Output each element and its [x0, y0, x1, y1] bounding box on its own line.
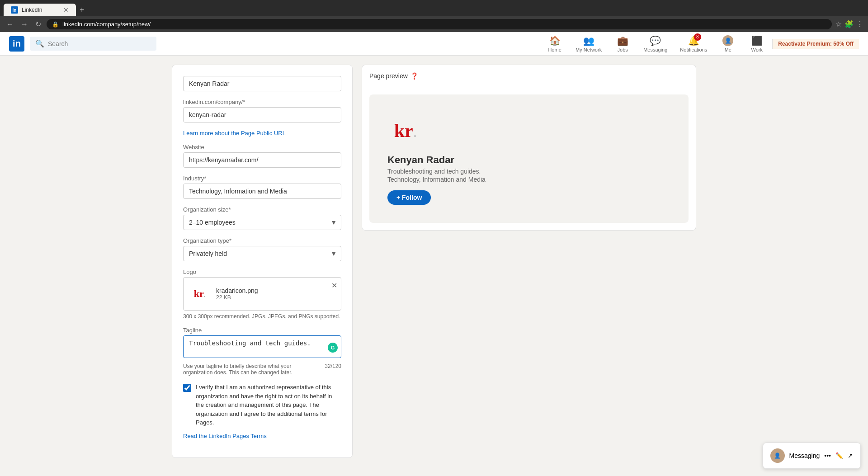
- search-box[interactable]: 🔍: [30, 37, 156, 51]
- linkedin-header: in 🔍 🏠 Home 👥 My Network 💼 Jobs 💬 Messag…: [0, 32, 868, 56]
- nav-messaging[interactable]: 💬 Messaging: [638, 35, 673, 52]
- char-count: 32/120: [325, 363, 341, 369]
- messaging-edit-icon[interactable]: ✏️: [835, 452, 843, 459]
- preview-card-header: Page preview ❓: [362, 65, 696, 87]
- company-logo-large: kr.: [387, 113, 424, 149]
- nav-notifications[interactable]: 🔔 8 Notifications: [675, 35, 712, 52]
- messaging-avatar: 👤: [770, 448, 785, 463]
- search-icon: 🔍: [35, 39, 44, 48]
- preview-card-body: kr. Kenyan Radar Troubleshooting and tec…: [362, 87, 696, 230]
- company-name-input[interactable]: [183, 76, 341, 91]
- browser-nav-icons: ☆ 🧩 ⋮: [835, 20, 863, 28]
- company-tagline-preview: Troubleshooting and tech guides.: [387, 168, 670, 175]
- messaging-icon: 💬: [650, 35, 661, 46]
- company-name-preview: Kenyan Radar: [387, 154, 670, 166]
- nav-me[interactable]: 👤 Me: [714, 35, 741, 52]
- nav-work[interactable]: ⬛ Work: [743, 35, 770, 52]
- reload-button[interactable]: ↻: [33, 19, 43, 29]
- header-nav: 🏠 Home 👥 My Network 💼 Jobs 💬 Messaging 🔔…: [541, 35, 859, 52]
- messaging-widget[interactable]: 👤 Messaging ••• ✏️ ↗: [763, 443, 861, 469]
- preview-question-icon[interactable]: ❓: [410, 72, 418, 80]
- url-input[interactable]: [183, 107, 341, 123]
- url-group: linkedin.com/company/*: [183, 99, 341, 123]
- form-panel: linkedin.com/company/* Learn more about …: [172, 65, 353, 458]
- industry-group: Industry*: [183, 175, 341, 199]
- grammarly-icon: G: [328, 343, 338, 353]
- tagline-wrapper: Troubleshooting and tech guides. G: [183, 335, 341, 359]
- nav-home[interactable]: 🏠 Home: [541, 35, 568, 52]
- org-size-select[interactable]: 2–10 employees: [183, 215, 341, 230]
- tagline-group: Tagline Troubleshooting and tech guides.…: [183, 327, 341, 376]
- logo-filesize: 22 KB: [216, 294, 335, 301]
- avatar: 👤: [722, 35, 733, 46]
- address-bar[interactable]: 🔒: [47, 19, 832, 29]
- browser-nav: ← → ↻ 🔒 ☆ 🧩 ⋮: [0, 16, 868, 32]
- page-preview-wrapper: kr. Kenyan Radar Troubleshooting and tec…: [369, 94, 689, 223]
- org-size-label: Organization size*: [183, 206, 341, 213]
- preview-content: kr. Kenyan Radar Troubleshooting and tec…: [377, 102, 681, 216]
- org-size-group: Organization size* 2–10 employees ▼: [183, 206, 341, 230]
- industry-input[interactable]: [183, 184, 341, 199]
- main-content: linkedin.com/company/* Learn more about …: [163, 56, 705, 467]
- active-tab[interactable]: in LinkedIn ✕: [4, 4, 76, 16]
- extensions-icon[interactable]: 🧩: [844, 20, 854, 28]
- tagline-input[interactable]: Troubleshooting and tech guides.: [183, 335, 341, 358]
- more-icon[interactable]: ⋮: [856, 20, 863, 28]
- company-industry-preview: Technology, Information and Media: [387, 176, 670, 183]
- logo-kr-text: kr.: [194, 288, 206, 300]
- new-tab-button[interactable]: +: [76, 5, 88, 15]
- terms-wrapper: Read the LinkedIn Pages Terms: [183, 433, 341, 439]
- terms-link[interactable]: Read the LinkedIn Pages Terms: [183, 433, 341, 439]
- url-public-link[interactable]: Learn more about the Page Public URL: [183, 130, 341, 137]
- url-label: linkedin.com/company/*: [183, 99, 341, 105]
- network-icon: 👥: [583, 35, 594, 46]
- org-type-select-wrapper: Privately held ▼: [183, 246, 341, 261]
- org-size-select-wrapper: 2–10 employees ▼: [183, 215, 341, 230]
- browser-chrome: in LinkedIn ✕ + ← → ↻ 🔒 ☆ 🧩 ⋮: [0, 0, 868, 32]
- tab-bar: in LinkedIn ✕ +: [0, 0, 868, 16]
- tab-title: LinkedIn: [22, 7, 42, 13]
- linkedin-logo[interactable]: in: [9, 36, 24, 52]
- me-icon: 👤: [722, 35, 733, 46]
- home-icon: 🏠: [549, 35, 561, 46]
- tab-favicon: in: [11, 6, 18, 14]
- logo-remove-button[interactable]: ✕: [331, 281, 337, 290]
- verify-checkbox[interactable]: [183, 384, 191, 392]
- org-type-select[interactable]: Privately held: [183, 246, 341, 261]
- bookmark-icon[interactable]: ☆: [835, 20, 842, 28]
- notifications-badge: 8: [694, 33, 701, 41]
- create-btn-wrapper: Create page: [0, 467, 868, 476]
- tab-close-button[interactable]: ✕: [63, 6, 69, 14]
- lock-icon: 🔒: [52, 21, 59, 28]
- preview-title: Page preview ❓: [369, 72, 689, 80]
- notifications-icon: 🔔 8: [688, 35, 699, 46]
- website-input[interactable]: [183, 152, 341, 168]
- tagline-hint: Use your tagline to briefly describe wha…: [183, 363, 321, 376]
- nav-jobs[interactable]: 💼 Jobs: [609, 35, 636, 52]
- follow-button[interactable]: + Follow: [387, 190, 431, 205]
- jobs-icon: 💼: [617, 35, 628, 46]
- search-input[interactable]: [48, 40, 151, 47]
- verify-label: I verify that I am an authorized represe…: [196, 383, 341, 427]
- premium-link[interactable]: Reactivate Premium: 50% Off: [778, 41, 854, 47]
- logo-hint: 300 x 300px recommended. JPGs, JPEGs, an…: [183, 313, 341, 320]
- back-button[interactable]: ←: [5, 19, 15, 29]
- address-input[interactable]: [62, 21, 826, 28]
- logo-label: Logo: [183, 269, 341, 275]
- nav-my-network[interactable]: 👥 My Network: [570, 35, 607, 52]
- messaging-expand-icon[interactable]: ↗: [848, 452, 853, 459]
- messaging-dots-icon[interactable]: •••: [824, 452, 831, 459]
- org-type-group: Organization type* Privately held ▼: [183, 237, 341, 261]
- premium-banner[interactable]: Reactivate Premium: 50% Off: [772, 39, 859, 49]
- logo-filename: kradaricon.png: [216, 287, 335, 294]
- forward-button[interactable]: →: [19, 19, 30, 29]
- company-logo-kr: kr.: [394, 120, 417, 141]
- verify-checkbox-wrapper: I verify that I am an authorized represe…: [183, 383, 341, 427]
- messaging-label: Messaging: [789, 452, 820, 459]
- preview-card: Page preview ❓ kr. Kenyan Radar Troubles…: [362, 65, 696, 231]
- website-label: Website: [183, 144, 341, 151]
- logo-preview: kr.: [189, 283, 211, 305]
- work-icon: ⬛: [751, 35, 763, 46]
- org-type-label: Organization type*: [183, 237, 341, 244]
- logo-group: Logo kr. kradaricon.png 22 KB ✕ 300 x 30…: [183, 269, 341, 320]
